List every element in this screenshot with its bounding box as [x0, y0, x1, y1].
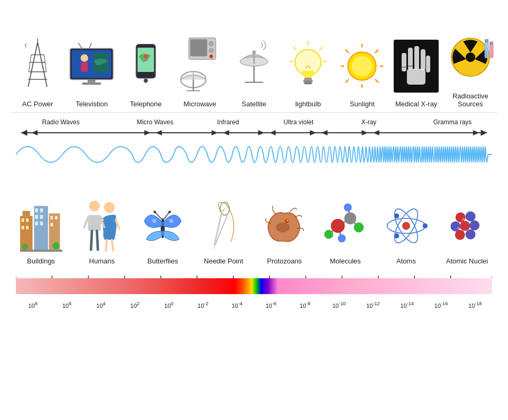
radioactive-label: Radioactive Sources — [443, 92, 497, 108]
icon-item-sunlight: Sunlight — [335, 34, 389, 108]
svg-point-13 — [81, 54, 88, 61]
svg-line-18 — [78, 42, 82, 48]
spectrum-label-gamma: Gramma rays — [415, 118, 489, 126]
svg-rect-72 — [489, 44, 493, 58]
television-icon — [65, 34, 119, 98]
svg-point-28 — [209, 41, 213, 45]
divider-top — [11, 112, 497, 113]
scale-label-10: 10-12 — [356, 301, 390, 309]
protozoans-label: Protozoans — [267, 257, 302, 265]
microwave-label: Microwave — [184, 100, 216, 108]
satellite-icon — [227, 34, 281, 98]
svg-line-19 — [89, 42, 92, 48]
svg-line-123 — [84, 217, 88, 227]
svg-rect-107 — [35, 222, 38, 226]
scale-label-4: 100 — [152, 301, 186, 309]
butterflies-icon — [135, 197, 190, 255]
svg-line-43 — [293, 47, 296, 50]
svg-line-53 — [375, 79, 378, 83]
svg-rect-168 — [16, 278, 492, 294]
scale-label-5: 10-2 — [186, 301, 220, 309]
svg-rect-49 — [304, 83, 312, 85]
svg-point-159 — [456, 213, 466, 223]
scale-label-8: 10-8 — [288, 301, 322, 309]
svg-rect-16 — [88, 79, 95, 82]
svg-point-116 — [104, 202, 115, 213]
svg-marker-86 — [258, 130, 265, 135]
svg-point-133 — [169, 219, 174, 223]
svg-line-55 — [346, 79, 349, 83]
microwave-icon — [173, 34, 227, 98]
spectrum-label-infrared: Infrared — [207, 118, 249, 126]
svg-line-6 — [30, 55, 31, 62]
buildings-label: Buildings — [27, 257, 55, 265]
radioactive-icon — [443, 26, 497, 90]
spectrum-label-xray: X-ray — [348, 118, 390, 126]
svg-rect-65 — [421, 49, 425, 70]
icon-item-buildings: Buildings — [13, 197, 69, 265]
svg-rect-105 — [35, 215, 38, 219]
svg-marker-137 — [213, 244, 215, 250]
svg-marker-82 — [156, 130, 162, 135]
humans-label: Humans — [89, 257, 114, 265]
svg-line-119 — [106, 240, 107, 251]
scale-label-11: 10-14 — [390, 301, 424, 309]
spectrum-label-radio: Radio Waves — [19, 118, 103, 126]
icon-item-xray: Medical X-ray — [389, 34, 443, 108]
svg-rect-98 — [21, 218, 24, 222]
spectrum-label-micro: Micro Waves — [129, 118, 182, 126]
svg-rect-66 — [426, 56, 430, 72]
needle-icon — [196, 197, 251, 255]
svg-point-167 — [457, 227, 460, 230]
svg-line-125 — [91, 231, 92, 250]
svg-rect-62 — [402, 53, 406, 71]
atoms-label: Atoms — [396, 257, 416, 265]
svg-rect-112 — [50, 223, 53, 226]
svg-point-29 — [209, 48, 213, 52]
svg-line-8 — [29, 62, 30, 72]
scale-label-12: 10-16 — [424, 301, 458, 309]
icon-item-television: Televistion — [65, 34, 119, 108]
molecules-icon — [318, 197, 373, 255]
svg-point-129 — [153, 211, 156, 213]
svg-rect-103 — [35, 208, 38, 213]
icon-item-telephone: Telephone — [119, 34, 173, 108]
lightbulb-icon — [281, 34, 335, 98]
svg-point-140 — [286, 220, 288, 222]
icon-item-lightbulb: lightbulb — [281, 34, 335, 108]
buildings-icon — [13, 197, 69, 255]
svg-rect-122 — [88, 215, 101, 231]
svg-line-42 — [320, 47, 323, 50]
scale-bar-container — [16, 276, 492, 297]
svg-rect-102 — [34, 206, 48, 251]
svg-rect-74 — [489, 42, 493, 45]
svg-point-131 — [168, 211, 171, 213]
scale-label-2: 104 — [84, 301, 118, 309]
svg-point-158 — [394, 233, 399, 238]
svg-rect-97 — [22, 211, 30, 216]
icon-item-molecules: Molecules — [318, 197, 373, 265]
svg-point-166 — [462, 218, 465, 221]
svg-point-138 — [276, 222, 289, 232]
icon-item-needle: Needle Point — [196, 197, 251, 265]
svg-marker-89 — [310, 130, 316, 135]
svg-marker-92 — [361, 130, 368, 135]
svg-point-25 — [144, 79, 148, 83]
svg-line-51 — [375, 50, 378, 53]
svg-marker-76 — [21, 130, 28, 136]
humans-icon — [74, 197, 130, 255]
svg-line-120 — [112, 240, 113, 251]
svg-point-115 — [52, 242, 59, 249]
svg-marker-79 — [31, 130, 38, 135]
sunlight-icon — [335, 34, 389, 98]
svg-point-132 — [152, 219, 157, 223]
icon-item-atoms: Atoms — [378, 197, 434, 265]
svg-marker-95 — [473, 130, 479, 135]
svg-rect-61 — [407, 69, 425, 85]
svg-line-9 — [45, 62, 46, 72]
icon-item-protozoans: Protozoans — [257, 197, 312, 265]
svg-line-126 — [97, 231, 98, 250]
xray-label: Medical X-ray — [395, 100, 437, 108]
svg-marker-80 — [144, 130, 151, 135]
protozoans-icon — [257, 197, 312, 255]
